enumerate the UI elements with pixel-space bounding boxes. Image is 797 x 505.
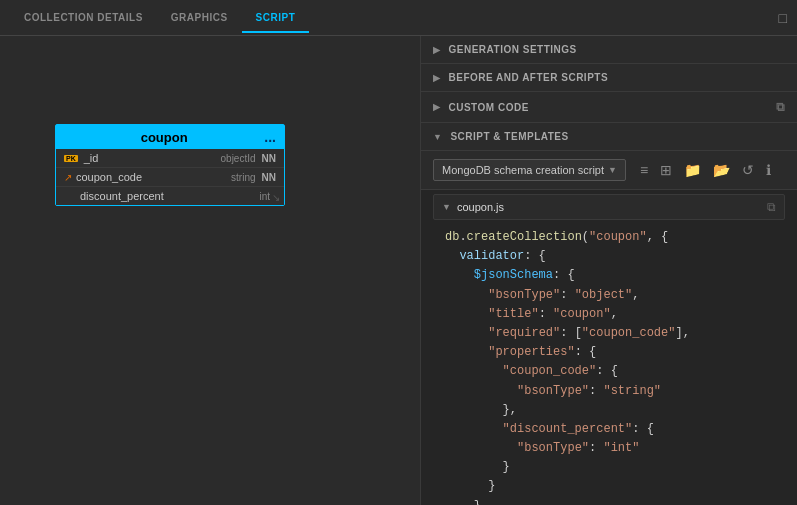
tab-script[interactable]: SCRIPT [242,4,310,33]
tab-collection-details[interactable]: COLLECTION DETAILS [10,4,157,33]
copy-icon-cc[interactable]: ⧉ [776,100,786,114]
script-toolbar: MongoDB schema creation script ▼ ≡ ⊞ 📁 📂… [421,151,797,190]
arrow-icon-ba: ▶ [433,73,441,83]
layout-icon[interactable]: □ [779,10,787,26]
accordion-before-after: ▶ BEFORE AND AFTER SCRIPTS [421,64,797,92]
code-block: db.createCollection("coupon", { validato… [433,222,785,505]
code-line-8: "coupon_code": { [445,362,773,381]
code-line-2: validator: { [445,247,773,266]
toolbar-info-icon[interactable]: ℹ [762,160,775,180]
code-file-arrow-icon: ▼ [442,202,451,212]
toolbar-icons-group: ≡ ⊞ 📁 📂 ↺ ℹ [636,160,775,180]
main-content: coupon ... PK _id objectId NN ↗ coupon_c… [0,36,797,505]
code-line-13: } [445,458,773,477]
table-row: PK _id objectId NN [56,149,284,168]
dropdown-arrow-icon: ▼ [608,165,617,175]
table-body: PK _id objectId NN ↗ coupon_code string … [56,149,284,205]
toolbar-folder-icon[interactable]: 📁 [680,160,705,180]
pk-icon: PK [64,155,80,162]
code-line-9: "bsonType": "string" [445,382,773,401]
table-row: discount_percent int ↘ [56,187,284,205]
field-type-discount: int [259,191,270,202]
script-templates-section: ▼ SCRIPT & TEMPLATES MongoDB schema crea… [421,123,797,505]
accordion-label-cc: CUSTOM CODE [449,102,529,113]
field-constraint-id: NN [262,153,276,164]
code-file-name: coupon.js [457,201,767,213]
code-copy-icon[interactable]: ⧉ [767,200,776,214]
field-name-code: coupon_code [76,171,231,183]
field-type-code: string [231,172,255,183]
toolbar-list-icon[interactable]: ≡ [636,160,652,180]
arrow-icon-st: ▼ [433,132,442,142]
accordion-generation-settings: ▶ GENERATION SETTINGS [421,36,797,64]
code-line-3: $jsonSchema: { [445,266,773,285]
code-file-header[interactable]: ▼ coupon.js ⧉ [433,194,785,220]
field-name-discount: discount_percent [64,190,259,202]
accordion-header-script-templates[interactable]: ▼ SCRIPT & TEMPLATES [421,123,797,151]
toolbar-folder-open-icon[interactable]: 📂 [709,160,734,180]
top-tabs-bar: COLLECTION DETAILS GRAPHICS SCRIPT □ [0,0,797,36]
script-selector-dropdown[interactable]: MongoDB schema creation script ▼ [433,159,626,181]
accordion-header-generation[interactable]: ▶ GENERATION SETTINGS [421,36,797,63]
accordion-header-custom[interactable]: ▶ CUSTOM CODE ⧉ [421,92,797,122]
field-type-id: objectId [221,153,256,164]
code-line-15: } [445,497,773,505]
table-name: coupon [64,130,264,145]
accordion-header-before-after[interactable]: ▶ BEFORE AND AFTER SCRIPTS [421,64,797,91]
resize-handle[interactable]: ↘ [272,192,280,203]
code-line-11: "discount_percent": { [445,420,773,439]
right-panel: ▶ GENERATION SETTINGS ▶ BEFORE AND AFTER… [420,36,797,505]
code-file-container: ▼ coupon.js ⧉ db.createCollection("coupo… [421,190,797,505]
canvas-area: coupon ... PK _id objectId NN ↗ coupon_c… [0,36,420,505]
code-line-7: "properties": { [445,343,773,362]
tab-graphics[interactable]: GRAPHICS [157,4,242,33]
toolbar-grid-icon[interactable]: ⊞ [656,160,676,180]
fk-icon: ↗ [64,172,72,183]
accordion-label-st: SCRIPT & TEMPLATES [450,131,568,142]
code-line-4: "bsonType": "object", [445,286,773,305]
code-line-10: }, [445,401,773,420]
accordion-label-gen: GENERATION SETTINGS [449,44,577,55]
code-line-14: } [445,477,773,496]
code-line-1: db.createCollection("coupon", { [445,228,773,247]
field-constraint-code: NN [262,172,276,183]
code-line-12: "bsonType": "int" [445,439,773,458]
code-line-5: "title": "coupon", [445,305,773,324]
table-header: coupon ... [56,125,284,149]
arrow-icon-cc: ▶ [433,102,441,112]
table-row: ↗ coupon_code string NN [56,168,284,187]
field-name-id: _id [84,152,221,164]
script-selector-label: MongoDB schema creation script [442,164,604,176]
accordion-label-ba: BEFORE AND AFTER SCRIPTS [449,72,609,83]
toolbar-refresh-icon[interactable]: ↺ [738,160,758,180]
code-line-6: "required": ["coupon_code"], [445,324,773,343]
accordion-custom-code: ▶ CUSTOM CODE ⧉ [421,92,797,123]
table-menu-dots[interactable]: ... [264,129,276,145]
arrow-icon-gen: ▶ [433,45,441,55]
table-card-coupon[interactable]: coupon ... PK _id objectId NN ↗ coupon_c… [55,124,285,206]
